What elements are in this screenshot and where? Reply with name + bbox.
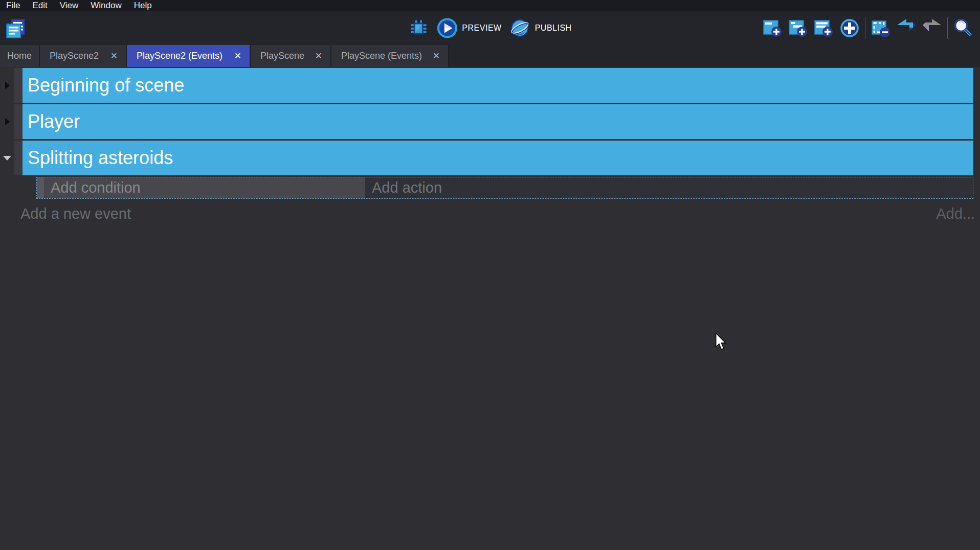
debug-bug-icon [408, 17, 429, 39]
collapse-triangle-icon[interactable] [5, 118, 10, 125]
preview-play-icon [437, 18, 457, 38]
tab-close-icon[interactable]: ✕ [234, 51, 241, 61]
toolbar-right-group [763, 11, 973, 45]
tab-playscene[interactable]: PlayScene ✕ [251, 45, 331, 67]
event-group-title: Beginning of scene [28, 75, 184, 96]
redo-button[interactable] [922, 18, 942, 38]
choose-event-type-button[interactable] [839, 18, 860, 38]
event-group-title: Player [28, 111, 80, 132]
tab-label: PlayScene (Events) [341, 51, 422, 61]
event-group-bar[interactable]: Beginning of scene [23, 68, 973, 103]
add-condition-button[interactable]: Add condition [44, 177, 365, 198]
event-group-bar[interactable]: Player [23, 104, 973, 139]
add-condition-placeholder: Add condition [51, 179, 141, 196]
add-event-menu-button[interactable]: Add... [936, 205, 975, 222]
tab-label: PlayScene [260, 51, 304, 61]
tab-playscene2[interactable]: PlayScene2 ✕ [40, 45, 127, 67]
search-events-button[interactable] [953, 18, 973, 38]
event-gutter [0, 68, 14, 103]
tab-playscene2-events[interactable]: PlayScene2 (Events) ✕ [127, 45, 251, 67]
redo-arrow-icon [922, 18, 942, 38]
add-sub-event-icon [788, 18, 809, 38]
delete-selection-button[interactable] [871, 18, 891, 38]
events-sheet: Beginning of scene Player Splitting aste… [0, 67, 980, 222]
menu-window[interactable]: Window [84, 0, 127, 11]
toolbar-center-group: PREVIEW PUBLISH [408, 11, 571, 45]
publish-button[interactable]: PUBLISH [510, 18, 572, 38]
tab-bar: Home PlayScene2 ✕ PlayScene2 (Events) ✕ … [0, 45, 980, 67]
add-sub-event-button[interactable] [788, 18, 809, 38]
event-group-row: Beginning of scene [0, 68, 980, 103]
main-toolbar: PREVIEW PUBLISH [0, 11, 980, 45]
toolbar-separator [947, 17, 948, 39]
tab-label: PlayScene2 (Events) [137, 51, 222, 61]
tab-close-icon[interactable]: ✕ [315, 51, 322, 61]
search-icon [953, 18, 973, 38]
undo-button[interactable] [896, 18, 917, 38]
event-indent-strip [14, 68, 23, 103]
preview-button[interactable]: PREVIEW [437, 18, 501, 38]
event-indent-strip [14, 104, 23, 139]
undo-arrow-icon [896, 18, 917, 38]
menu-bar: File Edit View Window Help [0, 0, 980, 11]
event-group-title: Splitting asteroids [28, 147, 173, 169]
tab-close-icon[interactable]: ✕ [433, 51, 440, 61]
tab-label: PlayScene2 [50, 51, 99, 61]
add-action-placeholder: Add action [372, 179, 442, 196]
circle-plus-icon [839, 18, 860, 38]
event-indent-strip [14, 141, 23, 175]
tab-label: Home [7, 51, 32, 61]
event-gutter [0, 104, 14, 139]
app-header: File Edit View Window Help [0, 0, 980, 67]
publish-globe-icon [510, 18, 530, 38]
event-gutter [0, 141, 14, 175]
publish-label: PUBLISH [535, 24, 572, 33]
tab-playscene-events[interactable]: PlayScene (Events) ✕ [331, 45, 449, 67]
event-group-row: Splitting asteroids [0, 141, 980, 175]
event-group-bar[interactable]: Splitting asteroids [23, 141, 973, 175]
expand-triangle-icon[interactable] [3, 156, 11, 161]
add-new-event-label[interactable]: Add a new event [20, 205, 131, 222]
toolbar-separator [865, 17, 865, 39]
collapse-triangle-icon[interactable] [5, 82, 10, 89]
selected-empty-event[interactable]: Add condition Add action [36, 177, 973, 199]
menu-file[interactable]: File [2, 0, 26, 11]
debugger-button[interactable] [408, 18, 429, 38]
menu-help[interactable]: Help [128, 0, 158, 11]
add-event-button[interactable] [763, 18, 783, 38]
add-comment-button[interactable] [814, 18, 834, 38]
delete-selection-icon [871, 18, 891, 38]
event-selection-strip [37, 177, 44, 198]
menu-edit[interactable]: Edit [26, 0, 53, 11]
add-new-event-row[interactable]: Add a new event Add... [20, 205, 975, 222]
tab-close-icon[interactable]: ✕ [110, 51, 118, 61]
menu-view[interactable]: View [54, 0, 85, 11]
tab-home[interactable]: Home [0, 45, 40, 67]
mouse-cursor [715, 333, 727, 351]
events-sheet-logo-icon [5, 18, 26, 39]
add-comment-icon [814, 18, 834, 38]
add-action-button[interactable]: Add action [365, 177, 973, 198]
preview-label: PREVIEW [462, 24, 501, 33]
event-group-row: Player [0, 104, 980, 139]
add-event-icon [763, 18, 783, 38]
